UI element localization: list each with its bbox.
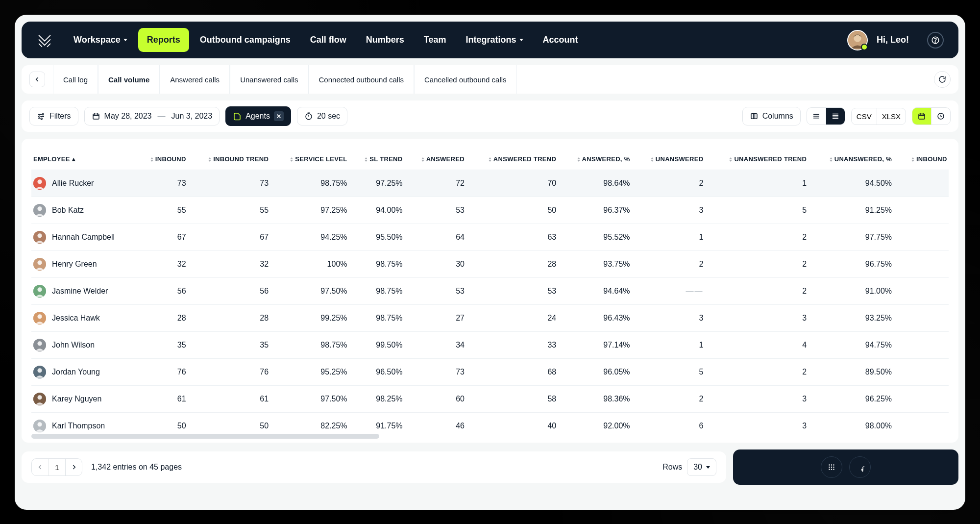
report-table: EMPLOYEE ▴INBOUNDINBOUND TRENDSERVICE LE…: [31, 149, 949, 433]
date-from: May 28, 2023: [104, 112, 152, 121]
cell-answered_trend: 58: [468, 386, 560, 413]
employee-cell: Jordan Young: [31, 359, 137, 386]
table-row[interactable]: Jasmine Welder565697.50%98.75%535394.64%…: [31, 278, 949, 305]
pager-next[interactable]: [65, 459, 82, 475]
col-unanswered_trend[interactable]: UNANSWERED TREND: [707, 149, 810, 170]
back-button[interactable]: [29, 72, 45, 87]
chat-button[interactable]: [849, 456, 871, 478]
agents-filter-remove[interactable]: [274, 111, 284, 121]
brand-logo[interactable]: [36, 32, 53, 49]
cell-sl_trend: 94.00%: [351, 197, 407, 224]
cell-unanswered_trend: 3: [707, 413, 810, 433]
tab-cancelled-outbound-calls[interactable]: Cancelled outbound calls: [414, 65, 517, 94]
cell-inbound_trend: 56: [190, 278, 273, 305]
top-nav: WorkspaceReportsOutbound campaignsCall f…: [22, 22, 958, 58]
col-inbound_trend[interactable]: INBOUND TREND: [190, 149, 273, 170]
cell-unanswered_pct: 89.50%: [810, 359, 896, 386]
sort-handle-icon: [577, 157, 580, 162]
date-range-picker[interactable]: May 28, 2023 — Jun 3, 2023: [84, 107, 220, 125]
col-answered[interactable]: ANSWERED: [407, 149, 468, 170]
user-avatar[interactable]: [847, 30, 868, 50]
density-compact[interactable]: [807, 108, 826, 125]
nav-integrations[interactable]: Integrations: [457, 28, 532, 52]
table-row[interactable]: John Wilson353598.75%99.50%343397.14%149…: [31, 332, 949, 359]
col-sl_trend[interactable]: SL TREND: [351, 149, 407, 170]
refresh-button[interactable]: [934, 71, 951, 88]
employee-cell: Allie Rucker: [31, 170, 137, 197]
table-row[interactable]: Henry Green3232100%98.75%302893.75%2296.…: [31, 251, 949, 278]
table-row[interactable]: Karey Nguyen616197.50%98.25%605898.36%23…: [31, 386, 949, 413]
tab-connected-outbound-calls[interactable]: Connected outbound calls: [309, 65, 414, 94]
table-row[interactable]: Bob Katz555597.25%94.00%535096.37%3591.2…: [31, 197, 949, 224]
cell-answered_pct: 93.75%: [560, 251, 634, 278]
col-employee[interactable]: EMPLOYEE ▴: [31, 149, 137, 170]
nav-outbound-campaigns[interactable]: Outbound campaigns: [191, 28, 299, 52]
sort-handle-icon: [911, 157, 914, 162]
cell-inbound_trend: 67: [190, 224, 273, 251]
cell-answered_trend: 50: [468, 197, 560, 224]
col-inbound[interactable]: INBOUND: [137, 149, 190, 170]
col-unanswered_pct[interactable]: UNANSWERED, %: [810, 149, 896, 170]
export-csv[interactable]: CSV: [852, 108, 877, 125]
tab-answered-calls[interactable]: Answered calls: [160, 65, 230, 94]
chevron-down-icon: [519, 39, 523, 41]
sort-handle-icon: [150, 157, 153, 162]
rows-select[interactable]: 30: [687, 458, 716, 476]
horizontal-scrollbar[interactable]: [31, 434, 379, 439]
agents-filter-chip[interactable]: Agents: [225, 106, 291, 126]
table-row[interactable]: Karl Thompson505082.25%91.75%464092.00%6…: [31, 413, 949, 433]
col-answered_pct[interactable]: ANSWERED, %: [560, 149, 634, 170]
svg-point-37: [833, 467, 834, 468]
help-button[interactable]: [927, 32, 944, 49]
table-row[interactable]: Allie Rucker737398.75%97.25%727098.64%21…: [31, 170, 949, 197]
table-scroll[interactable]: EMPLOYEE ▴INBOUNDINBOUND TRENDSERVICE LE…: [31, 149, 949, 433]
cell-inbound: 32: [137, 251, 190, 278]
cell-unanswered: 5: [634, 359, 708, 386]
table-row[interactable]: Jessica Hawk282899.25%98.75%272496.43%33…: [31, 305, 949, 332]
table-row[interactable]: Jordan Young767695.25%96.50%736896.05%52…: [31, 359, 949, 386]
filters-button[interactable]: Filters: [29, 107, 78, 125]
cell-inbound_cc: [896, 332, 949, 359]
duration-filter[interactable]: 20 sec: [297, 107, 347, 125]
col-unanswered[interactable]: UNANSWERED: [634, 149, 708, 170]
columns-button[interactable]: Columns: [742, 107, 801, 125]
nav-workspace[interactable]: Workspace: [65, 28, 136, 52]
nav-team[interactable]: Team: [415, 28, 455, 52]
pager-prev[interactable]: [32, 459, 49, 475]
svg-point-32: [829, 464, 830, 465]
cell-answered_pct: 94.64%: [560, 278, 634, 305]
pager-buttons: 1: [31, 458, 82, 476]
cell-service_level: 97.50%: [272, 278, 351, 305]
cell-sl_trend: 98.75%: [351, 278, 407, 305]
svg-point-33: [831, 464, 832, 465]
tab-unanswered-calls[interactable]: Unanswered calls: [230, 65, 308, 94]
time-view-button[interactable]: [931, 108, 950, 125]
cell-unanswered: 2: [634, 386, 708, 413]
app-frame: WorkspaceReportsOutbound campaignsCall f…: [15, 15, 965, 510]
sort-handle-icon: [365, 157, 368, 162]
export-xlsx[interactable]: XLSX: [877, 108, 906, 125]
employee-cell: Karey Nguyen: [31, 386, 137, 413]
nav-account[interactable]: Account: [534, 28, 587, 52]
nav-reports[interactable]: Reports: [138, 28, 189, 52]
date-sep: —: [156, 112, 168, 121]
dialpad-button[interactable]: [821, 456, 842, 478]
calendar-view-button[interactable]: [912, 108, 931, 125]
pager-current[interactable]: 1: [49, 459, 65, 475]
cell-answered_trend: 33: [468, 332, 560, 359]
tab-call-log[interactable]: Call log: [53, 65, 98, 94]
svg-point-4: [42, 114, 44, 115]
density-detailed[interactable]: [826, 108, 845, 125]
col-answered_trend[interactable]: ANSWERED TREND: [468, 149, 560, 170]
cell-answered_pct: 98.36%: [560, 386, 634, 413]
col-service_level[interactable]: SERVICE LEVEL: [272, 149, 351, 170]
col-inbound_cc[interactable]: INBOUND CC: [896, 149, 949, 170]
nav-call-flow[interactable]: Call flow: [301, 28, 355, 52]
cell-answered: 30: [407, 251, 468, 278]
tab-call-volume[interactable]: Call volume: [98, 65, 160, 94]
table-row[interactable]: Hannah Campbell676794.25%95.50%646395.52…: [31, 224, 949, 251]
nav-numbers[interactable]: Numbers: [357, 28, 413, 52]
bottom-dock: [733, 449, 958, 485]
cell-answered_trend: 68: [468, 359, 560, 386]
report-tabs: Call logCall volumeAnswered callsUnanswe…: [53, 65, 517, 94]
